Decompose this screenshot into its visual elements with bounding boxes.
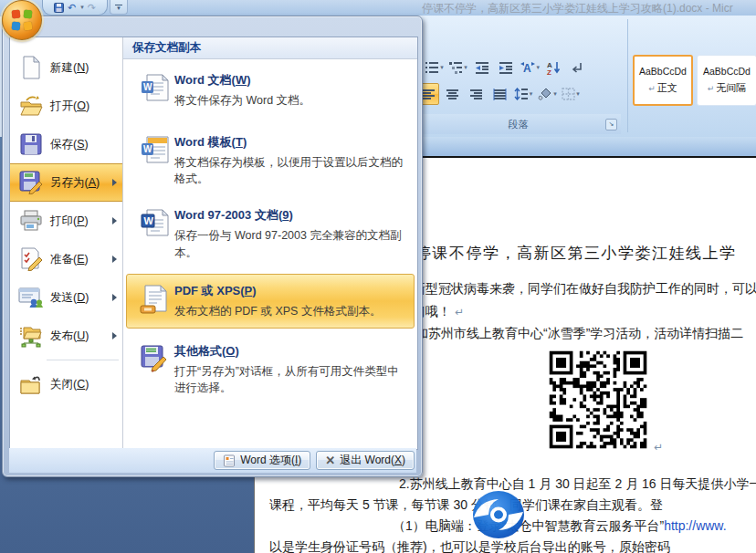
pilcrow-icon: ↵ (648, 84, 656, 93)
menu-item-send[interactable]: 发送(D) (10, 278, 122, 317)
submenu-header: 保存文档副本 (123, 37, 417, 59)
submenu-item-desc: 打开“另存为”对话框，从所有可用文件类型中进行选择。 (174, 363, 406, 396)
decrease-indent-button[interactable] (471, 57, 493, 78)
svg-text:A: A (523, 62, 531, 75)
dropdown-caret-icon: ▾ (530, 90, 533, 98)
decrease-indent-icon (475, 61, 489, 74)
menu-item-label: 保存(S) (50, 137, 119, 152)
menu-item-new[interactable]: 新建(N) (10, 48, 122, 87)
menu-item-label: 打开(O) (50, 99, 119, 114)
style-no-spacing[interactable]: AaBbCcDd ↵无间隔 (697, 55, 756, 106)
document-area-top-band (415, 137, 756, 156)
save-as-submenu: 保存文档副本 W Word 文档(W) 将文件保存为 Word 文档。 W (123, 37, 417, 449)
menu-item-save-as[interactable]: 另存为(A) (10, 163, 122, 202)
menu-item-label: 另存为(A) (50, 175, 112, 191)
submenu-item-pdf-xps[interactable]: PDF 或 XPS(P) 发布文档的 PDF 或 XPS 文件格式副本。 (126, 274, 415, 329)
exit-word-button[interactable]: ✕ 退出 Word(X) (316, 451, 415, 470)
menu-item-label: 准备(E) (50, 252, 112, 267)
word-2007-window: 停课不停学，高新区第三小学娄江娃线上学习攻略(1).docx - Micr ▾ … (0, 0, 756, 553)
other-formats-icon (134, 343, 174, 396)
shading-button[interactable]: ▾ (536, 83, 558, 105)
borders-button[interactable]: ▾ (560, 83, 582, 105)
submenu-item-desc: 发布文档的 PDF 或 XPS 文件格式副本。 (174, 303, 406, 319)
dialog-launcher-icon[interactable]: ↘ (605, 119, 617, 130)
office-menu: 新建(N) 打开(O) 保存(S) (2, 16, 423, 477)
office-button[interactable] (2, 0, 42, 40)
qr-code (546, 348, 650, 452)
style-normal[interactable]: AaBbCcDd ↵正文 (633, 55, 693, 106)
save-icon (16, 133, 47, 155)
qat-save-icon[interactable] (54, 3, 64, 13)
line-spacing-button[interactable]: ▾ (512, 83, 534, 105)
pilcrow-icon: ↵ (654, 441, 663, 454)
justify-button[interactable] (488, 83, 510, 105)
svg-text:Z: Z (547, 68, 551, 75)
asian-layout-icon: A (520, 61, 536, 75)
paragraph-group-footer: 段落 ↘ (415, 114, 621, 134)
submenu-item-word-template[interactable]: W Word 模板(T) 将文档保存为模板，以便用于设置以后文档的格式。 (126, 125, 415, 196)
document-line: （1）电脑端：登录“太仓中智慧教育云服务平台”http://www. (393, 518, 727, 535)
align-right-button[interactable] (465, 83, 487, 105)
submenu-arrow-icon (112, 217, 117, 224)
style-sample-text: AaBbCcDd (703, 66, 751, 77)
sort-button[interactable]: AZ (542, 57, 564, 78)
submenu-item-desc: 将文档保存为模板，以便用于设置以后文档的格式。 (174, 154, 406, 187)
menu-item-print[interactable]: 打印(P) (10, 202, 122, 240)
submenu-item-title: Word 模板(T) (174, 134, 406, 151)
menu-item-prepare[interactable]: 准备(E) (10, 240, 122, 278)
document-line: 2.苏州线上教育中心自 1 月 30 日起至 2 月 16 日每天提供小学一至 (399, 476, 756, 493)
paragraph-group: ▾ ▾ ▾ A ▾ (415, 16, 627, 137)
word-options-button[interactable]: Word 选项(I) (214, 451, 310, 470)
ribbon: ▾ ▾ ▾ A ▾ (415, 16, 756, 137)
menu-separator (47, 360, 119, 360)
office-menu-left-column: 新建(N) 打开(O) 保存(S) (10, 37, 123, 449)
submenu-arrow-icon (112, 332, 117, 339)
menu-item-label: 发送(D) (50, 290, 112, 306)
menu-item-label: 打印(P) (50, 214, 112, 229)
document-heading: 停课不停学，高新区第三小学娄江娃线上学 (415, 243, 737, 264)
submenu-item-word-97-2003[interactable]: W Word 97-2003 文档(9) 保存一份与 Word 97-2003 … (126, 198, 415, 269)
menu-item-save[interactable]: 保存(S) (10, 125, 122, 163)
qat-customize-button[interactable]: ▼ (110, 0, 128, 15)
pdf-xps-icon (134, 283, 174, 319)
pilcrow-icon: ↵ (708, 84, 715, 93)
submenu-arrow-icon (112, 256, 117, 263)
submenu-item-title: PDF 或 XPS(P) (174, 283, 406, 299)
dropdown-caret-icon: ▾ (553, 90, 557, 98)
align-left-icon (422, 89, 436, 100)
menu-item-open[interactable]: 打开(O) (10, 87, 122, 125)
menu-item-publish[interactable]: 发布(U) (10, 317, 122, 355)
align-center-icon (446, 89, 459, 100)
style-name: ↵无间隔 (708, 81, 747, 95)
hyperlink[interactable]: http://www. (664, 518, 726, 533)
asian-layout-button[interactable]: A ▾ (519, 57, 541, 78)
numbered-list-button[interactable]: ▾ (424, 57, 446, 78)
dropdown-caret-icon: ▾ (440, 64, 444, 71)
office-menu-footer: Word 选项(I) ✕ 退出 Word(X) (9, 448, 416, 473)
qat-redo-icon[interactable]: ↷ (88, 3, 96, 13)
menu-item-label: 新建(N) (50, 60, 119, 76)
dropdown-caret-icon: ▾ (537, 64, 541, 71)
qat-undo-caret-icon[interactable]: ▾ (80, 4, 84, 11)
submenu-item-desc: 将文件保存为 Word 文档。 (174, 92, 406, 109)
send-icon (16, 287, 47, 308)
player-watermark-logo (461, 487, 536, 544)
increase-indent-button[interactable] (495, 57, 517, 78)
submenu-item-word-document[interactable]: W Word 文档(W) 将文件保存为 Word 文档。 (126, 63, 415, 118)
prepare-icon (16, 247, 47, 271)
show-hide-marks-button[interactable] (566, 57, 588, 78)
multilevel-list-button[interactable]: ▾ (447, 57, 469, 78)
quick-access-toolbar: ↶▾ ↷ (42, 0, 108, 16)
align-center-button[interactable] (441, 83, 463, 105)
word-97-2003-icon: W (134, 207, 174, 260)
line-spacing-icon (514, 88, 529, 100)
menu-item-label: 发布(U) (50, 329, 112, 344)
exit-word-label: 退出 Word(X) (340, 453, 405, 468)
word-template-icon: W (134, 134, 174, 187)
menu-item-close[interactable]: 关闭(C) (10, 365, 122, 403)
window-title: 停课不停学，高新区第三小学娄江娃线上学习攻略(1).docx - Micr (422, 1, 733, 16)
submenu-item-other-formats[interactable]: 其他格式(O) 打开“另存为”对话框，从所有可用文件类型中进行选择。 (126, 334, 415, 405)
qat-undo-icon[interactable]: ↶ (68, 3, 76, 13)
submenu-arrow-icon (112, 179, 117, 186)
pilcrow-icon: ↵ (455, 306, 464, 318)
